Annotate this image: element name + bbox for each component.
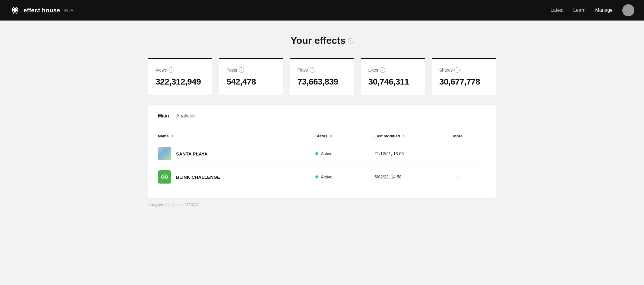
analytics-note: Analytics last updated 27/07/22 — [148, 203, 496, 207]
table-row: SANTA PLAYA Active 21/12/21, 13:05 ··· — [158, 142, 486, 165]
page-title-row: Your effects i — [148, 35, 496, 46]
more-button-0[interactable]: ··· — [453, 151, 459, 157]
col-header-name[interactable]: Name ⇕ — [158, 131, 315, 142]
page-title: Your effects — [291, 35, 346, 46]
effect-name-0[interactable]: SANTA PLAYA — [176, 151, 207, 156]
effect-modified-cell-1: 5/02/22, 14:58 — [374, 165, 453, 189]
effect-name-cell-0: SANTA PLAYA — [158, 142, 315, 165]
logo-text: effect house — [24, 7, 60, 14]
effect-thumb-0 — [158, 147, 171, 160]
stat-label-plays: Plays i — [297, 67, 346, 73]
table-row: BLINK CHALLENGE Active 5/02/22, 14:58 ··… — [158, 165, 486, 189]
effects-table: Name ⇕ Status ⇕ Last modified ⇕ More — [158, 131, 486, 188]
stat-card-plays: Plays i 73,663,839 — [290, 58, 354, 95]
logo-icon — [10, 5, 21, 16]
stat-value-views: 322,312,949 — [156, 77, 205, 87]
stats-row: Views i 322,312,949 Posts i 542,478 Play… — [148, 58, 496, 95]
effect-row-0: SANTA PLAYA — [158, 147, 315, 160]
stat-card-shares: Shares i 30,677,778 — [432, 58, 496, 95]
stat-label-views: Views i — [156, 67, 205, 73]
nav-latest[interactable]: Latest — [551, 8, 564, 13]
tab-analytics[interactable]: Analytics — [176, 113, 195, 122]
thumb-playa — [158, 147, 171, 160]
stat-shares-info-icon[interactable]: i — [454, 67, 460, 73]
status-dot-1 — [315, 175, 318, 178]
col-header-modified[interactable]: Last modified ⇕ — [374, 131, 453, 142]
status-dot-0 — [315, 152, 318, 155]
page-title-info-icon[interactable]: i — [348, 38, 353, 43]
status-active-0: Active — [315, 151, 374, 156]
stat-value-likes: 30,746,311 — [368, 77, 418, 87]
stat-card-views: Views i 322,312,949 — [148, 58, 212, 95]
stat-value-shares: 30,677,778 — [439, 77, 488, 87]
effect-row-1: BLINK CHALLENGE — [158, 170, 315, 184]
stat-value-plays: 73,663,839 — [297, 77, 346, 87]
effect-modified-cell-0: 21/12/21, 13:05 — [374, 142, 453, 165]
nav-manage[interactable]: Manage — [595, 8, 613, 13]
stat-label-posts: Posts i — [226, 67, 276, 73]
effects-panel: Main Analytics Name ⇕ Status ⇕ Last modi… — [148, 105, 496, 198]
status-sort-icon: ⇕ — [330, 135, 332, 138]
stat-value-posts: 542,478 — [226, 77, 276, 87]
tab-main[interactable]: Main — [158, 113, 169, 122]
header: effect house BETA Latest Learn Manage — [0, 0, 644, 21]
main-content: Your effects i Views i 322,312,949 Posts… — [141, 21, 503, 214]
logo: effect house BETA — [10, 5, 73, 16]
effect-more-cell-1: ··· — [453, 165, 486, 189]
col-header-more: More — [453, 131, 486, 142]
table-body: SANTA PLAYA Active 21/12/21, 13:05 ··· — [158, 142, 486, 189]
effect-name-1[interactable]: BLINK CHALLENGE — [176, 175, 220, 180]
avatar[interactable] — [622, 4, 634, 16]
effect-name-cell-1: BLINK CHALLENGE — [158, 165, 315, 189]
table-header: Name ⇕ Status ⇕ Last modified ⇕ More — [158, 131, 486, 142]
name-sort-icon: ⇕ — [171, 135, 173, 138]
nav-learn[interactable]: Learn — [573, 8, 586, 13]
stat-plays-info-icon[interactable]: i — [310, 67, 315, 73]
stat-label-shares: Shares i — [439, 67, 488, 73]
stat-card-posts: Posts i 542,478 — [219, 58, 283, 95]
stat-label-likes: Likes i — [368, 67, 418, 73]
stat-posts-info-icon[interactable]: i — [239, 67, 244, 73]
svg-point-3 — [164, 176, 165, 178]
col-header-status[interactable]: Status ⇕ — [315, 131, 374, 142]
blink-icon — [160, 173, 169, 181]
stat-likes-info-icon[interactable]: i — [380, 67, 385, 73]
status-active-1: Active — [315, 175, 374, 179]
panel-tabs: Main Analytics — [158, 113, 486, 122]
effect-thumb-1 — [158, 170, 171, 184]
effect-more-cell-0: ··· — [453, 142, 486, 165]
header-nav: Latest Learn Manage — [551, 4, 634, 16]
stat-card-likes: Likes i 30,746,311 — [361, 58, 425, 95]
stat-views-info-icon[interactable]: i — [169, 67, 174, 73]
thumb-blink — [158, 170, 171, 184]
effect-status-cell-1: Active — [315, 165, 374, 189]
modified-sort-icon: ⇕ — [402, 135, 405, 138]
effect-status-cell-0: Active — [315, 142, 374, 165]
beta-badge: BETA — [64, 8, 73, 12]
more-button-1[interactable]: ··· — [453, 174, 459, 180]
